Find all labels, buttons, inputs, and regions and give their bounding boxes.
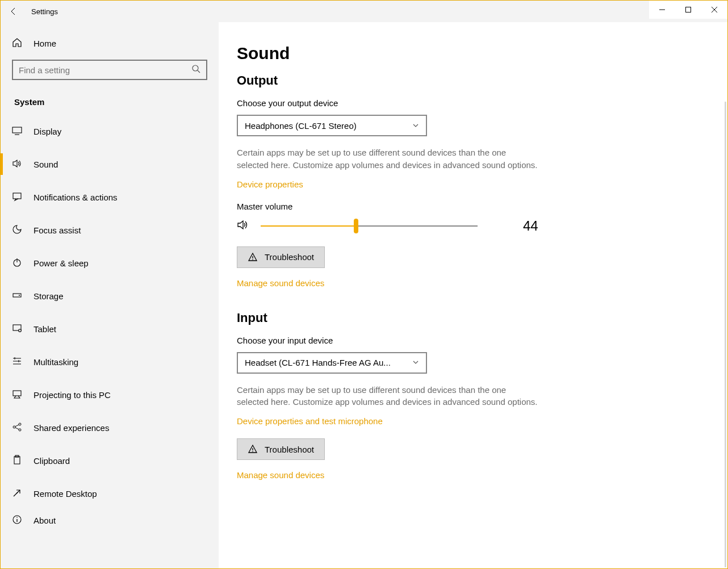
sidebar-item-projecting[interactable]: Projecting to this PC [1,378,219,411]
svg-point-22 [19,423,21,425]
power-icon [12,257,22,269]
svg-point-21 [13,426,15,428]
input-heading: Input [237,311,709,325]
sidebar-item-label: Focus assist [34,225,81,235]
back-button[interactable] [1,1,27,22]
clipboard-icon [12,455,22,467]
warning-icon [248,444,258,454]
maximize-button[interactable] [675,1,701,19]
volume-slider[interactable] [261,225,478,227]
sidebar-category: System [1,88,219,115]
svg-point-4 [193,65,198,71]
sidebar-item-label: Power & sleep [34,258,89,268]
tablet-icon [12,323,22,335]
search-container [1,60,219,88]
about-icon [12,514,22,526]
sidebar-home-label: Home [34,39,56,48]
output-troubleshoot-button[interactable]: Troubleshoot [237,246,325,268]
volume-slider-fill [261,225,356,227]
sidebar-item-label: Notifications & actions [34,193,118,202]
svg-rect-6 [12,127,22,133]
input-troubleshoot-button[interactable]: Troubleshoot [237,438,325,460]
shared-icon [12,422,22,434]
remote-icon [12,488,22,500]
volume-value: 44 [523,218,538,234]
projecting-icon [12,389,22,401]
sidebar-item-multitasking[interactable]: Multitasking [1,345,219,378]
sidebar-item-power[interactable]: Power & sleep [1,246,219,279]
volume-slider-row: 44 [237,218,709,234]
titlebar: Settings [1,1,727,22]
window-title: Settings [31,7,58,16]
input-description: Certain apps may be set up to use differ… [237,384,538,409]
svg-line-24 [15,425,19,426]
svg-line-29 [16,490,20,493]
input-device-dropdown[interactable]: Headset (CL-671 Hands-Free AG Au... [237,352,427,374]
sidebar-item-notifications[interactable]: Notifications & actions [1,181,219,214]
storage-icon [12,290,22,302]
sidebar-item-storage[interactable]: Storage [1,279,219,312]
sidebar-item-label: Clipboard [34,456,70,466]
close-button[interactable] [701,1,727,19]
sidebar-home[interactable]: Home [1,27,219,60]
search-box[interactable] [12,60,207,80]
sidebar-item-focus-assist[interactable]: Focus assist [1,214,219,246]
troubleshoot-label: Troubleshoot [265,252,314,262]
multitask-icon [12,356,22,368]
svg-point-34 [252,259,253,260]
sidebar-item-remote[interactable]: Remote Desktop [1,477,219,510]
sidebar-item-tablet[interactable]: Tablet [1,312,219,345]
sound-icon [12,158,22,170]
content-area: Sound Output Choose your output device H… [219,22,727,568]
svg-rect-8 [13,193,21,199]
notifications-icon [12,191,22,203]
manage-sound-devices-link[interactable]: Manage sound devices [237,278,709,288]
master-volume-label: Master volume [237,202,709,211]
sidebar-item-label: Shared experiences [34,423,109,433]
minimize-button[interactable] [649,1,675,19]
svg-point-14 [19,329,22,332]
svg-line-5 [198,70,200,73]
search-input[interactable] [19,65,191,75]
search-icon [191,64,200,76]
display-icon [12,125,22,137]
sidebar-item-label: Multitasking [34,357,78,367]
volume-slider-thumb[interactable] [354,219,358,233]
svg-point-23 [19,429,21,431]
output-heading: Output [237,73,709,88]
svg-point-36 [252,451,253,452]
svg-rect-20 [13,391,21,396]
sidebar-item-label: About [34,516,56,525]
main-area: Home System Display Sound Notifications … [1,22,727,568]
sidebar-item-sound[interactable]: Sound [1,148,219,181]
scrollbar[interactable] [725,102,726,567]
sidebar-item-label: Remote Desktop [34,489,97,499]
input-manage-sound-devices-link[interactable]: Manage sound devices [237,470,709,480]
sidebar-item-clipboard[interactable]: Clipboard [1,444,219,477]
output-device-label: Choose your output device [237,98,709,108]
svg-line-25 [15,428,19,429]
sidebar-item-about[interactable]: About [1,510,219,530]
home-icon [12,37,22,49]
page-title: Sound [237,44,709,63]
sidebar-item-label: Display [34,127,61,136]
sidebar-item-label: Sound [34,160,58,169]
troubleshoot-label: Troubleshoot [265,445,314,454]
sidebar-item-shared[interactable]: Shared experiences [1,411,219,444]
chevron-down-icon [412,121,419,131]
svg-rect-1 [686,7,691,12]
output-description: Certain apps may be set up to use differ… [237,147,538,171]
svg-point-32 [16,517,18,518]
input-device-properties-link[interactable]: Device properties and test microphone [237,416,709,426]
sidebar-item-display[interactable]: Display [1,115,219,148]
svg-rect-26 [14,457,20,464]
output-device-dropdown[interactable]: Headphones (CL-671 Stereo) [237,115,427,136]
window-controls [649,1,727,19]
output-device-properties-link[interactable]: Device properties [237,179,709,189]
svg-point-12 [19,295,20,296]
input-device-value: Headset (CL-671 Hands-Free AG Au... [245,358,391,367]
focus-icon [12,224,22,236]
sidebar-item-label: Tablet [34,324,56,334]
sidebar-item-label: Storage [34,291,64,301]
chevron-down-icon [412,358,419,367]
